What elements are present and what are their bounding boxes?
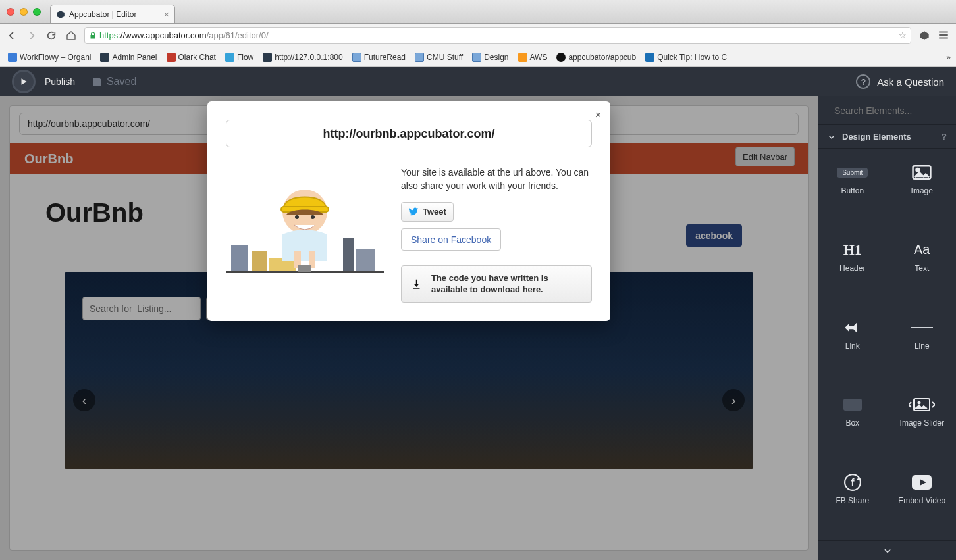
close-window-button[interactable] [7, 8, 14, 16]
bookmark-item[interactable]: CMU Stuff [412, 51, 465, 63]
bookmark-item[interactable]: Flow [223, 51, 256, 63]
tweet-label: Tweet [423, 207, 446, 216]
bookmark-label: http://127.0.0.1:800 [275, 53, 342, 62]
bookmark-overflow-icon[interactable]: » [946, 53, 951, 62]
svg-rect-8 [252, 251, 267, 271]
traffic-lights [7, 8, 41, 16]
window-titlebar: Appcubator | Editor × [0, 0, 956, 24]
chrome-menu-icon[interactable] [938, 29, 951, 42]
saved-label: Saved [107, 76, 136, 88]
ask-label: Ask a Question [877, 76, 944, 88]
svg-point-15 [311, 215, 315, 219]
chevron-down-icon [883, 546, 892, 555]
bookmark-item[interactable]: Design [469, 51, 511, 63]
svg-point-24 [918, 402, 920, 404]
svg-point-22 [916, 168, 920, 172]
url-protocol: https [99, 30, 118, 40]
tab-favicon [56, 10, 65, 19]
bookmark-item[interactable]: Admin Panel [97, 51, 159, 63]
bookmark-item[interactable]: http://127.0.0.1:800 [260, 51, 345, 63]
bookmark-label: AWS [530, 53, 548, 62]
element-label: Image Slider [900, 419, 944, 428]
ask-question[interactable]: ? Ask a Question [856, 74, 944, 89]
twitter-icon [408, 207, 419, 217]
element-fb-share[interactable]: fFB Share [818, 461, 887, 517]
extension-icon[interactable] [918, 29, 931, 42]
download-label: The code you have written is available t… [431, 272, 582, 295]
bookmark-item[interactable]: AWS [516, 51, 550, 63]
bookmark-item[interactable]: appcubator/appcub [554, 51, 639, 63]
element-text[interactable]: AaText [888, 229, 957, 284]
element-embed-video[interactable]: Embed Video [888, 461, 957, 517]
svg-rect-10 [356, 249, 375, 271]
tab-title: Appcubator | Editor [69, 10, 137, 19]
bookmark-item[interactable]: Olark Chat [164, 51, 219, 63]
bookmark-star-icon[interactable]: ☆ [899, 30, 907, 40]
preview-button[interactable] [12, 70, 36, 93]
bookmark-bar: WorkFlowy – Organi Admin Panel Olark Cha… [0, 47, 956, 67]
published-url-box[interactable]: http://ourbnb.appcubator.com/ [226, 120, 592, 147]
elements-search-input[interactable] [834, 105, 949, 116]
bookmark-item[interactable]: Quick Tip: How to C [643, 51, 730, 63]
chevron-down-icon [828, 133, 836, 141]
svg-marker-0 [57, 11, 65, 18]
element-header[interactable]: H1Header [818, 229, 887, 284]
minimize-window-button[interactable] [20, 8, 28, 16]
svg-rect-9 [343, 238, 354, 271]
bookmark-item[interactable]: WorkFlowy – Organi [5, 51, 93, 63]
element-link[interactable]: Link [818, 307, 887, 362]
panel-section-label: Design Elements [842, 132, 911, 141]
element-image[interactable]: Image [888, 151, 957, 207]
bookmark-label: Quick Tip: How to C [657, 53, 727, 62]
zoom-window-button[interactable] [33, 8, 41, 16]
svg-marker-5 [22, 78, 27, 84]
share-facebook-label: Share on Facebook [411, 234, 491, 245]
bookmark-label: Admin Panel [112, 53, 157, 62]
section-help-icon[interactable]: ? [942, 132, 947, 141]
element-label: Embed Video [898, 496, 945, 505]
svg-rect-7 [231, 245, 248, 271]
publish-modal: × http://ourbnb.appcubator.com/ [207, 101, 610, 321]
tweet-button[interactable]: Tweet [401, 202, 454, 222]
publish-button[interactable]: Publish [45, 76, 75, 87]
home-button[interactable] [65, 29, 78, 42]
bookmark-label: CMU Stuff [427, 53, 463, 62]
forward-button[interactable] [25, 29, 38, 42]
modal-message-column: Your site is available at the url above.… [401, 166, 592, 303]
save-icon [91, 76, 103, 88]
editor-canvas-wrap: http://ourbnb.appcubator.com/ OurBnb Edi… [0, 96, 818, 560]
element-line[interactable]: Line [888, 307, 957, 362]
help-icon: ? [856, 74, 870, 89]
app-toolbar: Publish Saved ? Ask a Question [0, 67, 956, 96]
bookmark-item[interactable]: FutureRead [350, 51, 408, 63]
url-host: ://www.appcubator.com [118, 30, 206, 40]
download-icon [411, 275, 422, 292]
element-image-slider[interactable]: Image Slider [888, 384, 957, 439]
share-facebook-button[interactable]: Share on Facebook [401, 228, 501, 251]
app-shell: Publish Saved ? Ask a Question http://ou… [0, 67, 956, 560]
back-button[interactable] [5, 29, 18, 42]
tab-close-icon[interactable]: × [164, 9, 169, 20]
published-url-text: http://ourbnb.appcubator.com/ [323, 127, 495, 141]
download-code-button[interactable]: The code you have written is available t… [401, 265, 592, 303]
element-box[interactable]: Box [818, 384, 887, 439]
reload-button[interactable] [45, 29, 58, 42]
svg-text:f: f [851, 477, 855, 488]
elements-panel: Design Elements ? SubmitButton Image H1H… [818, 96, 956, 560]
address-bar[interactable]: https ://www.appcubator.com /app/61/edit… [84, 27, 911, 44]
bookmark-label: Design [484, 53, 508, 62]
modal-message: Your site is available at the url above.… [401, 166, 592, 193]
element-button[interactable]: SubmitButton [818, 151, 887, 207]
bookmark-label: WorkFlowy – Organi [20, 53, 91, 62]
elements-search[interactable] [818, 96, 956, 125]
app-body: http://ourbnb.appcubator.com/ OurBnb Edi… [0, 96, 956, 560]
panel-expand-toggle[interactable] [818, 540, 956, 560]
svg-rect-18 [298, 265, 311, 272]
element-label: Image [911, 186, 933, 195]
element-label: Link [845, 342, 860, 351]
modal-close-icon[interactable]: × [595, 109, 601, 121]
svg-marker-1 [920, 31, 928, 39]
browser-tab[interactable]: Appcubator | Editor × [50, 5, 175, 23]
panel-section-header[interactable]: Design Elements ? [818, 125, 956, 149]
url-path: /app/61/editor/0/ [207, 30, 269, 40]
